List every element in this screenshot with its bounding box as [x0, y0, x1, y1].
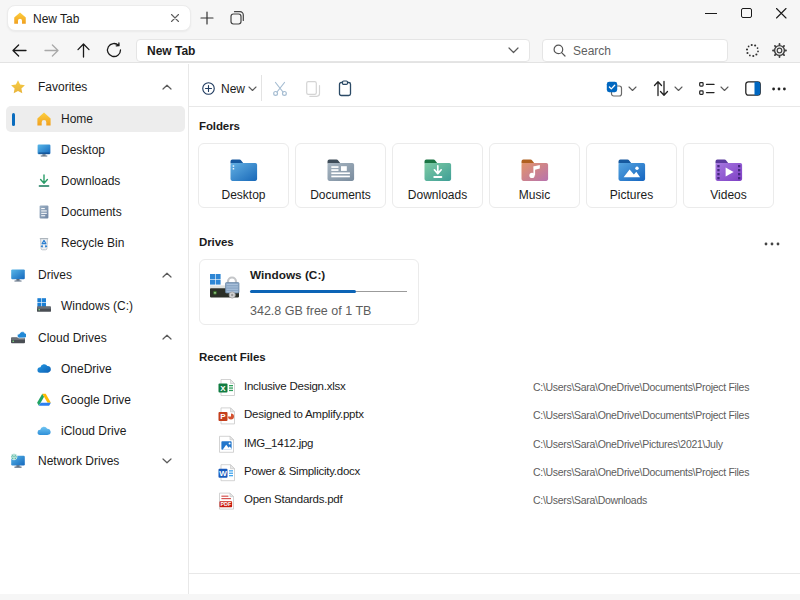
- svg-text:X: X: [220, 384, 226, 393]
- svg-text:P: P: [220, 412, 226, 421]
- svg-text:PDF: PDF: [220, 501, 231, 507]
- svg-text:W: W: [219, 469, 227, 478]
